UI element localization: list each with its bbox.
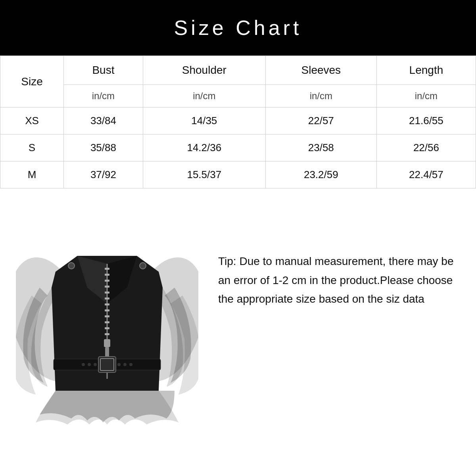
cell-length-1: 22/56: [376, 134, 476, 161]
svg-rect-12: [105, 321, 109, 323]
svg-rect-7: [105, 292, 109, 294]
size-chart-table: Size Bust Shoulder Sleeves Length: [0, 56, 476, 188]
svg-rect-14: [105, 333, 109, 335]
col-header-size: Size: [0, 56, 64, 107]
svg-point-22: [88, 363, 91, 366]
cell-bust-2: 37/92: [64, 161, 143, 188]
cell-bust-0: 33/84: [64, 107, 143, 134]
cell-size-0: XS: [0, 107, 64, 134]
page-wrapper: Size Chart Size Bust Shoulder Sleeves: [0, 0, 476, 476]
svg-rect-4: [105, 274, 109, 276]
svg-rect-3: [105, 268, 109, 270]
tip-text: Tip: Due to manual measurement, there ma…: [218, 252, 464, 309]
header-banner: Size Chart: [0, 0, 476, 56]
cell-sleeves-1: 23/58: [265, 134, 376, 161]
cell-length-0: 21.6/55: [376, 107, 476, 134]
cell-bust-1: 35/88: [64, 134, 143, 161]
col-unit-sleeves: in/cm: [265, 85, 376, 107]
svg-rect-10: [105, 309, 109, 311]
table-row: M 37/92 15.5/37 23.2/59 22.4/57: [0, 161, 476, 188]
size-chart-table-section: Size Bust Shoulder Sleeves Length: [0, 56, 476, 188]
svg-point-25: [123, 363, 127, 366]
product-image: [16, 208, 198, 430]
table-unit-row: in/cm in/cm in/cm in/cm: [0, 85, 476, 107]
cell-sleeves-0: 22/57: [265, 107, 376, 134]
col-unit-shoulder: in/cm: [143, 85, 265, 107]
svg-rect-15: [104, 339, 110, 347]
col-header-length: Length: [376, 56, 476, 85]
table-header-row: Size Bust Shoulder Sleeves Length: [0, 56, 476, 85]
svg-rect-11: [105, 315, 109, 317]
table-body: XS 33/84 14/35 22/57 21.6/55 S 35/88 14.…: [0, 107, 476, 188]
svg-point-28: [140, 263, 146, 269]
table-row: XS 33/84 14/35 22/57 21.6/55: [0, 107, 476, 134]
product-image-area: [12, 204, 202, 434]
page-title: Size Chart: [174, 16, 302, 40]
cell-shoulder-2: 15.5/37: [143, 161, 265, 188]
col-header-sleeves: Sleeves: [265, 56, 376, 85]
svg-rect-6: [105, 286, 109, 288]
col-header-shoulder: Shoulder: [143, 56, 265, 85]
cell-sleeves-2: 23.2/59: [265, 161, 376, 188]
svg-point-26: [129, 363, 132, 366]
svg-point-24: [117, 363, 121, 366]
tip-text-area: Tip: Due to manual measurement, there ma…: [218, 204, 464, 309]
col-unit-length: in/cm: [376, 85, 476, 107]
cell-size-1: S: [0, 134, 64, 161]
svg-point-21: [82, 363, 85, 366]
svg-rect-5: [105, 280, 109, 282]
svg-rect-13: [105, 327, 109, 329]
col-unit-bust: in/cm: [64, 85, 143, 107]
cell-shoulder-1: 14.2/36: [143, 134, 265, 161]
col-header-bust: Bust: [64, 56, 143, 85]
svg-point-27: [68, 263, 75, 269]
cell-length-2: 22.4/57: [376, 161, 476, 188]
cell-size-2: M: [0, 161, 64, 188]
cell-shoulder-0: 14/35: [143, 107, 265, 134]
svg-rect-9: [105, 303, 109, 305]
svg-point-23: [94, 363, 97, 366]
bottom-section: Tip: Due to manual measurement, there ma…: [0, 188, 476, 442]
svg-rect-8: [105, 298, 109, 299]
table-row: S 35/88 14.2/36 23/58 22/56: [0, 134, 476, 161]
